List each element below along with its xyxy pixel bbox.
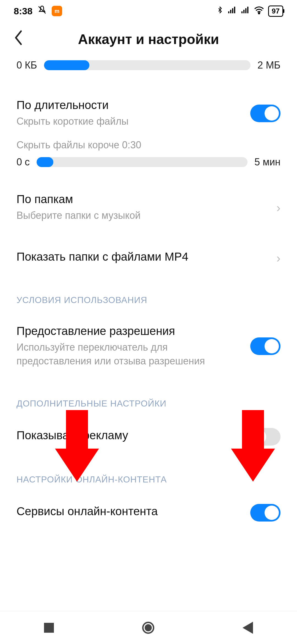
section-additional: ДОПОЛНИТЕЛЬНЫЕ НАСТРОЙКИ — [16, 376, 280, 414]
duration-min-label: 0 с — [16, 156, 30, 168]
status-bar: 8:38 m 97 — [0, 0, 297, 22]
duration-subtitle: Скрыть короткие файлы — [16, 114, 242, 128]
svg-line-0 — [38, 6, 46, 13]
bluetooth-icon — [216, 5, 224, 17]
online-services-item: Сервисы онлайн-контента — [16, 490, 280, 535]
permission-item: Предоставление разрешения Используйте пе… — [16, 311, 280, 376]
folders-title: По папкам — [16, 193, 268, 206]
section-terms: УСЛОВИЯ ИСПОЛЬЗОВАНИЯ — [16, 280, 280, 311]
page-title: Аккаунт и настройки — [14, 31, 283, 47]
duration-slider-fill — [37, 157, 53, 167]
page-header: Аккаунт и настройки — [0, 22, 297, 59]
permission-subtitle: Используйте переключатель для предоставл… — [16, 340, 242, 368]
size-min-label: 0 КБ — [16, 59, 37, 71]
mp4-folders-item[interactable]: Показать папки с файлами MP4 › — [16, 236, 280, 280]
size-filter-slider-row: 0 КБ 2 МБ — [16, 59, 280, 71]
duration-toggle[interactable] — [250, 105, 280, 122]
status-time: 8:38 — [14, 6, 32, 17]
duration-slider[interactable] — [37, 157, 248, 167]
duration-slider-row: 0 с 5 мин — [16, 156, 280, 168]
size-max-label: 2 МБ — [257, 59, 280, 71]
size-slider[interactable] — [44, 60, 251, 70]
online-services-toggle[interactable] — [250, 504, 280, 522]
wifi-icon — [254, 6, 264, 17]
chevron-right-icon: › — [276, 201, 280, 215]
folders-subtitle: Выберите папки с музыкой — [16, 209, 268, 222]
signal-icon-2 — [241, 6, 250, 17]
signal-icon-1 — [227, 6, 237, 17]
size-slider-fill — [44, 60, 89, 70]
mute-icon — [37, 5, 47, 17]
folders-item[interactable]: По папкам Выберите папки с музыкой › — [16, 179, 280, 236]
ads-toggle[interactable] — [250, 428, 280, 446]
duration-hint: Скрыть файлы короче 0:30 — [16, 131, 280, 156]
battery-indicator: 97 — [268, 6, 283, 17]
svg-point-1 — [258, 12, 260, 13]
online-services-title: Сервисы онлайн-контента — [16, 505, 242, 518]
nav-home-button[interactable] — [142, 622, 154, 634]
permission-toggle[interactable] — [250, 337, 280, 355]
mp4-title: Показать папки с файлами MP4 — [16, 250, 268, 263]
permission-title: Предоставление разрешения — [16, 324, 242, 338]
duration-title: По длительности — [16, 99, 242, 112]
section-online: НАСТРОЙКИ ОНЛАЙН-КОНТЕНТА — [16, 459, 280, 490]
app-icon: m — [52, 6, 62, 16]
android-nav-bar — [0, 611, 297, 644]
nav-recents-button[interactable] — [44, 623, 54, 633]
nav-back-button[interactable] — [243, 622, 253, 634]
duration-max-label: 5 мин — [254, 156, 280, 168]
chevron-right-icon: › — [276, 251, 280, 265]
duration-filter-item: По длительности Скрыть короткие файлы — [16, 74, 280, 131]
show-ads-item: Показывать рекламу — [16, 414, 280, 459]
ads-title: Показывать рекламу — [16, 429, 242, 442]
